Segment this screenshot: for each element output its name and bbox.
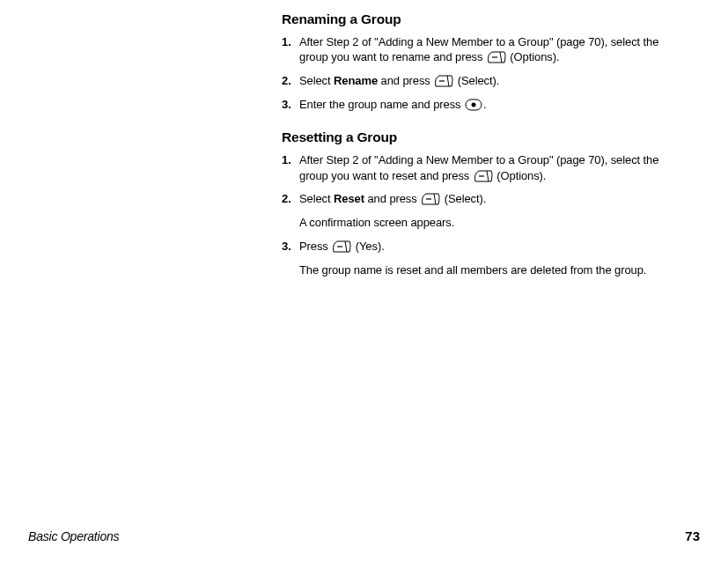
section1-step2: 2. Select Rename and press (Select). xyxy=(282,73,687,92)
step-number: 3. xyxy=(282,97,299,115)
step-number: 2. xyxy=(282,191,299,210)
step-text: (Yes). xyxy=(352,240,384,253)
svg-line-8 xyxy=(434,194,436,204)
step-number: 1. xyxy=(282,152,299,186)
step-body: Select Rename and press (Select). xyxy=(299,73,687,92)
step-number: 3. xyxy=(282,239,299,257)
section1-step3: 3. Enter the group name and press . xyxy=(282,97,687,115)
softkey-icon xyxy=(474,170,493,187)
step-text: (Options). xyxy=(507,50,560,63)
section2-step3-note: The group name is reset and all members … xyxy=(299,262,687,278)
section2-step2: 2. Select Reset and press (Select). xyxy=(282,191,687,210)
softkey-icon xyxy=(434,75,453,92)
step-text: (Select). xyxy=(441,192,486,205)
footer-page-number: 73 xyxy=(685,528,700,543)
step-text: Select xyxy=(299,192,334,205)
svg-line-0 xyxy=(500,52,502,63)
svg-line-10 xyxy=(345,241,347,252)
step-text: (Options). xyxy=(494,169,547,182)
step-body: After Step 2 of "Adding a New Member to … xyxy=(299,34,687,68)
step-text: Select xyxy=(299,74,334,87)
step-text: (Select). xyxy=(454,74,499,87)
softkey-icon xyxy=(421,193,440,210)
step-number: 1. xyxy=(282,34,299,68)
svg-line-6 xyxy=(487,171,489,181)
center-key-icon xyxy=(465,99,482,115)
step-text: After Step 2 of "Adding a New Member to … xyxy=(299,35,658,64)
step-text: Enter the group name and press xyxy=(299,98,464,111)
step-body: Press (Yes). xyxy=(299,239,687,257)
step-bold: Rename xyxy=(334,74,378,87)
step-text: . xyxy=(483,98,487,111)
step-text: and press xyxy=(364,192,420,205)
softkey-icon xyxy=(487,51,506,68)
svg-point-5 xyxy=(471,102,475,107)
step-number: 2. xyxy=(282,73,299,92)
step-body: Select Reset and press (Select). xyxy=(299,191,687,210)
heading-resetting: Resetting a Group xyxy=(282,129,687,147)
step-text: and press xyxy=(378,74,433,87)
step-body: Enter the group name and press . xyxy=(299,97,687,115)
svg-line-2 xyxy=(447,76,449,86)
section1-step1: 1. After Step 2 of "Adding a New Member … xyxy=(282,34,687,68)
section2-step1: 1. After Step 2 of "Adding a New Member … xyxy=(282,152,687,186)
step-bold: Reset xyxy=(334,192,364,205)
softkey-icon xyxy=(332,240,351,257)
footer-chapter: Basic Operations xyxy=(28,529,119,543)
page-footer: Basic Operations 73 xyxy=(28,528,700,543)
heading-renaming: Renaming a Group xyxy=(282,11,687,29)
section2-step3: 3. Press (Yes). xyxy=(282,239,687,257)
step-text: Press xyxy=(299,240,331,253)
page-content: Renaming a Group 1. After Step 2 of "Add… xyxy=(282,11,687,286)
step-body: After Step 2 of "Adding a New Member to … xyxy=(299,152,687,186)
section2-step2-note: A confirmation screen appears. xyxy=(299,215,687,231)
